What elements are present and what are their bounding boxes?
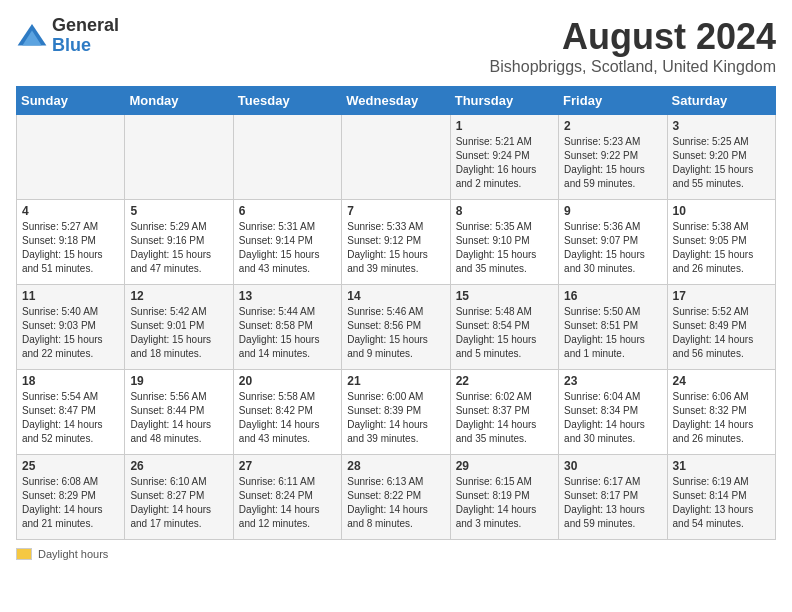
day-info: Sunrise: 5:38 AM Sunset: 9:05 PM Dayligh… [673,220,770,276]
day-info: Sunrise: 5:44 AM Sunset: 8:58 PM Dayligh… [239,305,336,361]
cell-1-2 [233,115,341,200]
day-number: 3 [673,119,770,133]
daylight-color-box [16,548,32,560]
week-row-5: 25Sunrise: 6:08 AM Sunset: 8:29 PM Dayli… [17,455,776,540]
logo-blue: Blue [52,35,91,55]
calendar-table: SundayMondayTuesdayWednesdayThursdayFrid… [16,86,776,540]
logo-text: General Blue [52,16,119,56]
cell-4-4: 22Sunrise: 6:02 AM Sunset: 8:37 PM Dayli… [450,370,558,455]
cell-2-0: 4Sunrise: 5:27 AM Sunset: 9:18 PM Daylig… [17,200,125,285]
cell-4-2: 20Sunrise: 5:58 AM Sunset: 8:42 PM Dayli… [233,370,341,455]
day-number: 5 [130,204,227,218]
day-number: 14 [347,289,444,303]
col-header-saturday: Saturday [667,87,775,115]
cell-1-5: 2Sunrise: 5:23 AM Sunset: 9:22 PM Daylig… [559,115,667,200]
col-header-wednesday: Wednesday [342,87,450,115]
col-header-sunday: Sunday [17,87,125,115]
day-number: 31 [673,459,770,473]
cell-1-0 [17,115,125,200]
day-number: 11 [22,289,119,303]
col-header-thursday: Thursday [450,87,558,115]
col-header-tuesday: Tuesday [233,87,341,115]
day-info: Sunrise: 6:10 AM Sunset: 8:27 PM Dayligh… [130,475,227,531]
day-info: Sunrise: 6:19 AM Sunset: 8:14 PM Dayligh… [673,475,770,531]
day-info: Sunrise: 5:35 AM Sunset: 9:10 PM Dayligh… [456,220,553,276]
week-row-1: 1Sunrise: 5:21 AM Sunset: 9:24 PM Daylig… [17,115,776,200]
day-info: Sunrise: 6:00 AM Sunset: 8:39 PM Dayligh… [347,390,444,446]
day-number: 29 [456,459,553,473]
cell-2-5: 9Sunrise: 5:36 AM Sunset: 9:07 PM Daylig… [559,200,667,285]
logo-icon [16,20,48,52]
col-header-monday: Monday [125,87,233,115]
cell-2-4: 8Sunrise: 5:35 AM Sunset: 9:10 PM Daylig… [450,200,558,285]
logo-general: General [52,15,119,35]
day-info: Sunrise: 6:02 AM Sunset: 8:37 PM Dayligh… [456,390,553,446]
cell-1-3 [342,115,450,200]
daylight-label: Daylight hours [38,548,108,560]
day-info: Sunrise: 5:31 AM Sunset: 9:14 PM Dayligh… [239,220,336,276]
day-info: Sunrise: 5:23 AM Sunset: 9:22 PM Dayligh… [564,135,661,191]
day-info: Sunrise: 6:17 AM Sunset: 8:17 PM Dayligh… [564,475,661,531]
logo: General Blue [16,16,119,56]
day-number: 9 [564,204,661,218]
main-title: August 2024 [490,16,776,58]
week-row-4: 18Sunrise: 5:54 AM Sunset: 8:47 PM Dayli… [17,370,776,455]
day-info: Sunrise: 6:06 AM Sunset: 8:32 PM Dayligh… [673,390,770,446]
day-number: 19 [130,374,227,388]
day-number: 17 [673,289,770,303]
day-number: 28 [347,459,444,473]
cell-2-2: 6Sunrise: 5:31 AM Sunset: 9:14 PM Daylig… [233,200,341,285]
header-row: SundayMondayTuesdayWednesdayThursdayFrid… [17,87,776,115]
day-number: 24 [673,374,770,388]
day-info: Sunrise: 6:11 AM Sunset: 8:24 PM Dayligh… [239,475,336,531]
daylight-legend: Daylight hours [16,548,108,560]
footer: Daylight hours [16,548,776,560]
cell-2-3: 7Sunrise: 5:33 AM Sunset: 9:12 PM Daylig… [342,200,450,285]
cell-5-1: 26Sunrise: 6:10 AM Sunset: 8:27 PM Dayli… [125,455,233,540]
col-header-friday: Friday [559,87,667,115]
cell-5-2: 27Sunrise: 6:11 AM Sunset: 8:24 PM Dayli… [233,455,341,540]
day-info: Sunrise: 6:15 AM Sunset: 8:19 PM Dayligh… [456,475,553,531]
day-number: 12 [130,289,227,303]
day-number: 10 [673,204,770,218]
day-info: Sunrise: 5:52 AM Sunset: 8:49 PM Dayligh… [673,305,770,361]
day-number: 30 [564,459,661,473]
day-number: 4 [22,204,119,218]
day-number: 15 [456,289,553,303]
cell-3-5: 16Sunrise: 5:50 AM Sunset: 8:51 PM Dayli… [559,285,667,370]
cell-3-2: 13Sunrise: 5:44 AM Sunset: 8:58 PM Dayli… [233,285,341,370]
cell-2-1: 5Sunrise: 5:29 AM Sunset: 9:16 PM Daylig… [125,200,233,285]
page-header: General Blue August 2024 Bishopbriggs, S… [16,16,776,76]
day-info: Sunrise: 5:42 AM Sunset: 9:01 PM Dayligh… [130,305,227,361]
cell-3-4: 15Sunrise: 5:48 AM Sunset: 8:54 PM Dayli… [450,285,558,370]
day-number: 1 [456,119,553,133]
cell-5-6: 31Sunrise: 6:19 AM Sunset: 8:14 PM Dayli… [667,455,775,540]
cell-5-0: 25Sunrise: 6:08 AM Sunset: 8:29 PM Dayli… [17,455,125,540]
day-info: Sunrise: 5:48 AM Sunset: 8:54 PM Dayligh… [456,305,553,361]
title-block: August 2024 Bishopbriggs, Scotland, Unit… [490,16,776,76]
day-info: Sunrise: 5:25 AM Sunset: 9:20 PM Dayligh… [673,135,770,191]
day-number: 26 [130,459,227,473]
cell-1-4: 1Sunrise: 5:21 AM Sunset: 9:24 PM Daylig… [450,115,558,200]
day-number: 22 [456,374,553,388]
cell-5-4: 29Sunrise: 6:15 AM Sunset: 8:19 PM Dayli… [450,455,558,540]
cell-3-0: 11Sunrise: 5:40 AM Sunset: 9:03 PM Dayli… [17,285,125,370]
day-number: 16 [564,289,661,303]
day-info: Sunrise: 5:58 AM Sunset: 8:42 PM Dayligh… [239,390,336,446]
day-number: 13 [239,289,336,303]
cell-3-6: 17Sunrise: 5:52 AM Sunset: 8:49 PM Dayli… [667,285,775,370]
day-info: Sunrise: 5:50 AM Sunset: 8:51 PM Dayligh… [564,305,661,361]
day-number: 25 [22,459,119,473]
cell-4-6: 24Sunrise: 6:06 AM Sunset: 8:32 PM Dayli… [667,370,775,455]
day-info: Sunrise: 5:27 AM Sunset: 9:18 PM Dayligh… [22,220,119,276]
cell-1-6: 3Sunrise: 5:25 AM Sunset: 9:20 PM Daylig… [667,115,775,200]
day-info: Sunrise: 5:33 AM Sunset: 9:12 PM Dayligh… [347,220,444,276]
week-row-3: 11Sunrise: 5:40 AM Sunset: 9:03 PM Dayli… [17,285,776,370]
day-info: Sunrise: 5:40 AM Sunset: 9:03 PM Dayligh… [22,305,119,361]
day-info: Sunrise: 6:04 AM Sunset: 8:34 PM Dayligh… [564,390,661,446]
day-number: 7 [347,204,444,218]
day-info: Sunrise: 6:08 AM Sunset: 8:29 PM Dayligh… [22,475,119,531]
day-info: Sunrise: 6:13 AM Sunset: 8:22 PM Dayligh… [347,475,444,531]
day-number: 6 [239,204,336,218]
cell-4-1: 19Sunrise: 5:56 AM Sunset: 8:44 PM Dayli… [125,370,233,455]
